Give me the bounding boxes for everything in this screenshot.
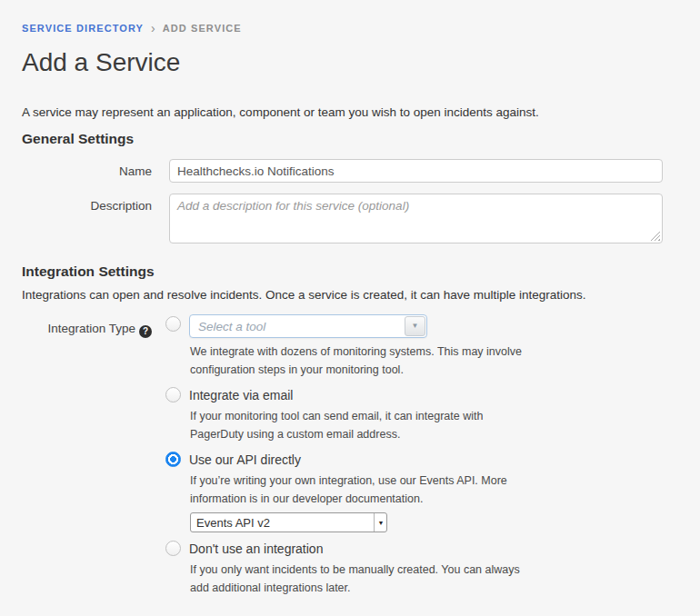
api-help-text: If you’re writing your own integration, … [190, 472, 680, 508]
name-label: Name [22, 159, 169, 178]
breadcrumb: SERVICE DIRECTORY › ADD SERVICE [22, 22, 680, 35]
integration-intro-text: Integrations can open and resolve incide… [22, 288, 680, 302]
select-tool-placeholder: Select a tool [190, 320, 405, 333]
email-option-label[interactable]: Integrate via email [189, 387, 293, 402]
select-tool-radio[interactable] [165, 316, 181, 332]
service-name-input[interactable] [169, 159, 663, 183]
chevron-right-icon: › [151, 22, 155, 35]
general-settings-heading: General Settings [22, 131, 680, 147]
no-integration-radio[interactable] [165, 541, 181, 556]
no-integration-help-text: If you only want incidents to be manuall… [190, 561, 680, 597]
select-tool-help-text: We integrate with dozens of monitoring s… [190, 343, 680, 379]
option-none: Don't use an integration If you only wan… [165, 541, 680, 597]
api-option-label[interactable]: Use our API directly [189, 452, 301, 467]
add-service-page: SERVICE DIRECTORY › ADD SERVICE Add a Se… [0, 0, 700, 616]
description-row: Description [22, 194, 680, 243]
name-row: Name [22, 159, 680, 183]
no-integration-option-label[interactable]: Don't use an integration [189, 541, 323, 556]
chevron-down-icon: ▼ [412, 323, 419, 330]
email-radio[interactable] [165, 387, 181, 402]
events-api-version-select[interactable]: Events API v2 [190, 512, 387, 532]
integration-type-row: Integration Type? Select a tool ▼ [22, 316, 680, 597]
select-tool-dropdown[interactable]: Select a tool ▼ [189, 314, 427, 338]
page-title: Add a Service [22, 48, 680, 77]
integration-type-label: Integration Type? [22, 316, 169, 338]
option-email: Integrate via email If your monitoring t… [165, 387, 680, 443]
option-api: Use our API directly If you’re writing y… [165, 452, 680, 532]
integration-type-label-text: Integration Type [47, 322, 135, 335]
description-label: Description [22, 194, 169, 213]
email-help-text: If your monitoring tool can send email, … [190, 407, 680, 443]
option-select-tool: Select a tool ▼ We integrate with dozens… [165, 316, 680, 379]
help-icon[interactable]: ? [139, 325, 152, 338]
api-radio[interactable] [165, 452, 181, 467]
breadcrumb-current: ADD SERVICE [163, 23, 242, 34]
integration-settings-heading: Integration Settings [22, 263, 680, 280]
breadcrumb-service-directory-link[interactable]: SERVICE DIRECTORY [22, 23, 144, 34]
dropdown-button[interactable]: ▼ [405, 316, 425, 336]
integration-type-options: Select a tool ▼ We integrate with dozens… [165, 316, 680, 597]
page-intro-text: A service may represent an application, … [22, 105, 680, 119]
service-description-textarea[interactable] [169, 194, 663, 243]
